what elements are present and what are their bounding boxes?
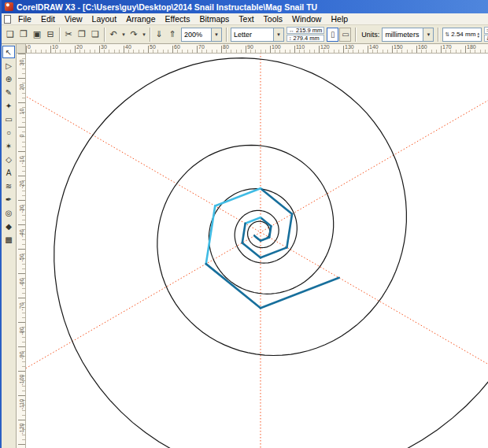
text-tool[interactable]: A: [2, 166, 15, 179]
redo-dropdown-icon[interactable]: ▾: [141, 27, 147, 42]
eyedropper-tool[interactable]: ✒: [2, 193, 15, 205]
v-ruler-label: -10: [19, 151, 24, 170]
h-ruler-label: 60: [174, 44, 180, 50]
paper-height-field[interactable]: ↕ 279.4 mm: [287, 35, 324, 42]
v-ruler-label: -60: [19, 273, 24, 292]
titlebar[interactable]: CorelDRAW X3 - [C:\Users\guy\Desktop\201…: [2, 0, 488, 13]
new-button[interactable]: ❑: [4, 27, 17, 42]
h-ruler-label: 90: [247, 44, 253, 50]
interactive-fill-tool[interactable]: ▩: [2, 233, 15, 246]
toolbar-separator: [438, 28, 438, 42]
landscape-button[interactable]: ▭: [339, 28, 351, 42]
polygon-tool[interactable]: ✶: [2, 139, 15, 152]
guideline[interactable]: [26, 54, 488, 448]
guideline[interactable]: [26, 54, 488, 448]
undo-button[interactable]: ↶: [107, 27, 120, 42]
interactive-blend-tool[interactable]: ≋: [2, 180, 15, 192]
shape-tool[interactable]: ▷: [2, 59, 15, 72]
zoom-tool[interactable]: ⊕: [2, 72, 15, 85]
redo-button[interactable]: ↷: [128, 27, 140, 42]
h-ruler-label: 130: [345, 44, 354, 50]
paper-height-icon: ↕: [289, 35, 292, 41]
polygon-spiral-segment[interactable]: [242, 243, 261, 257]
cut-button[interactable]: ✂: [62, 27, 75, 42]
duplicate-y-field[interactable]: ⇊ 6.35 mm: [484, 35, 488, 42]
drawing-area[interactable]: [26, 54, 488, 448]
ruler-origin-button[interactable]: [17, 44, 26, 54]
outline-tool[interactable]: ◎: [2, 206, 15, 219]
menu-file[interactable]: File: [13, 13, 36, 24]
zoom-level-value: 200%: [184, 31, 202, 39]
zoom-dropdown-icon[interactable]: ▼: [211, 28, 221, 41]
orientation-buttons: ▯ ▭: [327, 28, 351, 42]
menubar-items: FileEditViewLayoutArrangeEffectsBitmapsT…: [13, 13, 353, 24]
menu-tools[interactable]: Tools: [259, 13, 288, 24]
toolbar-separator: [355, 28, 356, 42]
menu-help[interactable]: Help: [326, 13, 353, 24]
v-ruler-label: -70: [19, 298, 24, 317]
duplicate-x-field[interactable]: ⇉ 6.35 mm: [484, 27, 488, 34]
paper-type-dropdown-icon[interactable]: ▼: [273, 28, 283, 41]
menu-view[interactable]: View: [60, 13, 87, 24]
portrait-button[interactable]: ▯: [327, 28, 338, 42]
nudge-offset-field[interactable]: ⇅ 2.54 mm ▴ ▾: [442, 28, 482, 42]
polygon-spiral-segment[interactable]: [206, 206, 216, 265]
duplicate-distance-fields: ⇉ 6.35 mm ⇊ 6.35 mm: [484, 27, 488, 42]
h-ruler-label: 140: [369, 44, 379, 50]
h-ruler-label: 100: [272, 44, 281, 50]
polygon-spiral-segment[interactable]: [206, 264, 261, 308]
polygon-spiral-segment[interactable]: [246, 217, 261, 223]
vertical-ruler[interactable]: 3020100-10-20-30-40-50-60-70-80-90-100-1…: [17, 54, 26, 448]
paper-type-combo[interactable]: Letter ▼: [231, 28, 284, 42]
h-ruler-label: 180: [467, 44, 476, 50]
v-ruler-label: 30: [19, 54, 24, 72]
v-ruler-label: -80: [19, 322, 24, 341]
polygon-spiral-segment[interactable]: [215, 188, 261, 205]
zoom-combo[interactable]: 200% ▼: [181, 28, 222, 42]
export-button[interactable]: ⇑: [166, 27, 179, 42]
menu-layout[interactable]: Layout: [87, 13, 122, 24]
import-button[interactable]: ⇓: [153, 27, 165, 42]
rectangle-tool[interactable]: ▭: [2, 113, 15, 125]
nudge-icon: ⇅: [445, 31, 449, 38]
paper-width-field[interactable]: ↔ 215.9 mm: [287, 27, 324, 34]
polygon-spiral-segment[interactable]: [261, 247, 287, 257]
drawing-svg[interactable]: [26, 54, 488, 448]
open-button[interactable]: ❒: [17, 27, 30, 42]
polygon-spiral-segment[interactable]: [261, 188, 292, 214]
horizontal-ruler[interactable]: 0102030405060708090100110120130140150160…: [26, 44, 488, 54]
save-button[interactable]: ▣: [31, 27, 43, 42]
menu-edit[interactable]: Edit: [36, 13, 60, 24]
copy-button[interactable]: ❐: [76, 27, 88, 42]
h-ruler-label: 10: [52, 44, 58, 50]
polygon-spiral-segment[interactable]: [242, 224, 246, 243]
paper-type-value: Letter: [234, 31, 252, 39]
nudge-spinner[interactable]: ▴ ▾: [477, 31, 479, 38]
paste-button[interactable]: ❏: [89, 27, 102, 42]
fill-tool[interactable]: ◆: [2, 220, 15, 232]
ellipse-tool[interactable]: ○: [2, 126, 15, 139]
smart-drawing-tool[interactable]: ✦: [2, 99, 15, 112]
h-ruler-label: 150: [394, 44, 403, 50]
polygon-spiral-segment[interactable]: [269, 226, 271, 237]
units-combo[interactable]: millimeters ▼: [382, 28, 434, 42]
pick-tool[interactable]: ↖: [2, 46, 15, 58]
polygon-spiral-segment[interactable]: [254, 236, 261, 241]
units-dropdown-icon[interactable]: ▼: [423, 28, 433, 41]
spin-down-icon[interactable]: ▾: [477, 35, 479, 38]
menu-text[interactable]: Text: [234, 13, 258, 24]
undo-dropdown-icon[interactable]: ▾: [120, 27, 127, 42]
menu-bitmaps[interactable]: Bitmaps: [194, 13, 234, 24]
toolbar: ❑❒▣⊟✂❐❏↶▾↷▾⇓⇑ 200% ▼ Letter ▼ ↔ 215.9 mm…: [2, 25, 488, 44]
print-button[interactable]: ⊟: [44, 27, 57, 42]
v-ruler-label: -20: [19, 176, 24, 194]
menu-arrange[interactable]: Arrange: [121, 13, 160, 24]
basic-shapes-tool[interactable]: ◇: [2, 153, 15, 165]
polygon-spiral-segment[interactable]: [287, 214, 292, 248]
polygon-spiral-segment[interactable]: [261, 237, 269, 240]
toolbar-standard-buttons: ❑❒▣⊟✂❐❏↶▾↷▾⇓⇑: [4, 27, 179, 42]
menu-effects[interactable]: Effects: [160, 13, 194, 24]
polygon-spiral-segment[interactable]: [261, 278, 339, 309]
menu-window[interactable]: Window: [287, 13, 326, 24]
freehand-tool[interactable]: ✎: [2, 86, 15, 98]
